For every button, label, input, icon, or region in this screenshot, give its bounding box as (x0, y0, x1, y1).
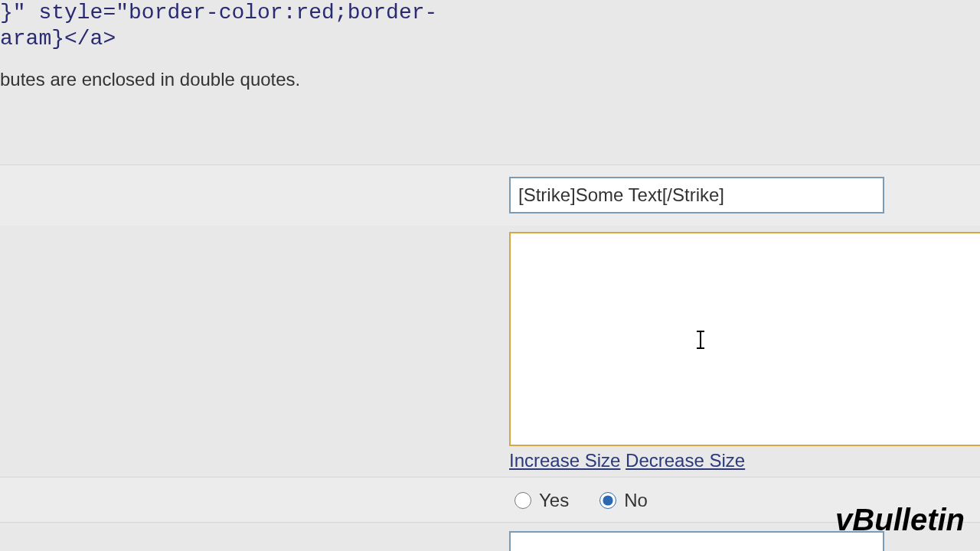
code-fragment: }" style="border-color:red;border- aram}… (0, 0, 437, 51)
increase-size-link[interactable]: Increase Size (509, 450, 620, 471)
radio-no-label[interactable]: No (624, 490, 648, 511)
yes-no-radio-group: Yes No (514, 490, 671, 511)
radio-yes-label[interactable]: Yes (539, 490, 569, 511)
panel-stripe (0, 477, 980, 523)
hint-text: butes are enclosed in double quotes. (0, 69, 300, 90)
decrease-size-link[interactable]: Decrease Size (626, 450, 745, 471)
bottom-input[interactable] (509, 531, 884, 551)
radio-no[interactable] (599, 492, 616, 509)
title-input[interactable] (509, 177, 884, 214)
watermark: vBulletin (835, 503, 965, 537)
radio-yes[interactable] (514, 492, 531, 509)
html-replacement-textarea[interactable] (509, 232, 980, 446)
size-links: Increase Size Decrease Size (509, 450, 745, 471)
